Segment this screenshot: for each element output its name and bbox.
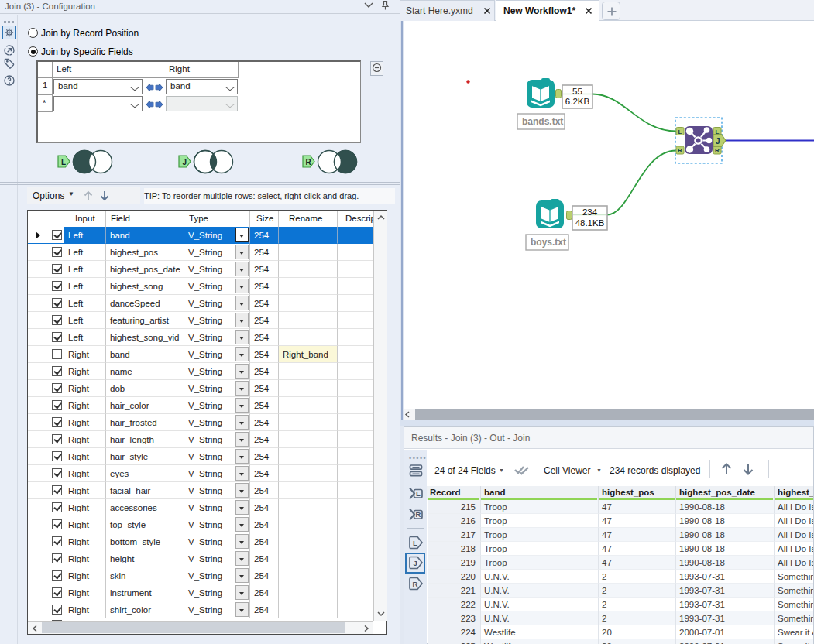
svg-text:L: L	[678, 128, 682, 135]
svg-text:L: L	[416, 489, 421, 498]
svg-text:234: 234	[582, 207, 598, 217]
svg-text:bands.txt: bands.txt	[522, 116, 563, 127]
svg-text:L: L	[61, 158, 66, 166]
svg-text:R: R	[306, 158, 312, 166]
svg-text:55: 55	[572, 87, 582, 96]
svg-text:48.1KB: 48.1KB	[575, 218, 605, 228]
svg-text:boys.txt: boys.txt	[531, 237, 566, 248]
svg-text:L: L	[413, 539, 417, 547]
svg-text:J: J	[414, 559, 417, 567]
svg-text:R: R	[416, 510, 421, 519]
svg-text:6.2KB: 6.2KB	[565, 97, 590, 106]
svg-text:J: J	[183, 158, 187, 166]
svg-text:R: R	[678, 147, 682, 154]
svg-text:R: R	[715, 147, 720, 154]
svg-text:R: R	[413, 580, 418, 588]
svg-text:J: J	[716, 137, 720, 146]
